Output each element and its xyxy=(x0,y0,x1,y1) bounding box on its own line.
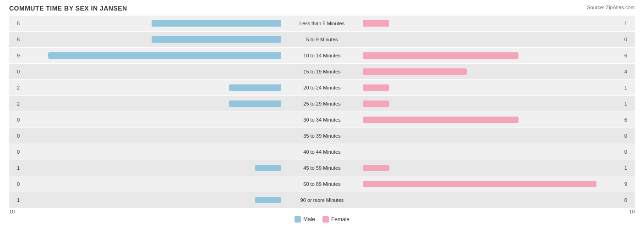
chart-area: 5Less than 5 Minutes155 to 9 Minutes0910… xyxy=(9,16,635,207)
axis-left: 10 xyxy=(9,209,15,214)
male-bar xyxy=(152,36,281,43)
table-row: 030 to 34 Minutes6 xyxy=(9,112,635,128)
female-value: 4 xyxy=(622,69,635,74)
male-bar xyxy=(229,100,281,107)
male-bar-area xyxy=(22,16,281,31)
female-value: 9 xyxy=(622,181,635,187)
chart-rows: 5Less than 5 Minutes155 to 9 Minutes0910… xyxy=(9,16,635,208)
row-label: 20 to 24 Minutes xyxy=(281,85,363,90)
male-bar xyxy=(152,20,281,27)
table-row: 015 to 19 Minutes4 xyxy=(9,64,635,79)
table-row: 190 or more Minutes0 xyxy=(9,192,635,208)
female-value: 1 xyxy=(622,85,635,90)
male-value: 0 xyxy=(9,69,22,74)
female-bar-area xyxy=(363,144,622,160)
legend: Male Female xyxy=(9,216,635,223)
female-bar-area xyxy=(363,176,622,192)
male-value: 1 xyxy=(9,165,22,171)
male-value: 1 xyxy=(9,197,22,203)
male-bar xyxy=(255,165,281,171)
row-label: Less than 5 Minutes xyxy=(281,21,363,26)
female-value: 1 xyxy=(622,101,635,106)
female-bar-area xyxy=(363,96,622,112)
male-bar xyxy=(229,84,281,91)
male-bar-area xyxy=(22,160,281,176)
row-label: 25 to 29 Minutes xyxy=(281,101,363,106)
female-value: 1 xyxy=(622,165,635,171)
female-bar xyxy=(363,181,596,187)
female-value: 6 xyxy=(622,53,635,58)
chart-title: COMMUTE TIME BY SEX IN JANSEN xyxy=(9,5,635,12)
female-bar-area xyxy=(363,128,622,144)
male-value: 2 xyxy=(9,101,22,106)
male-value: 5 xyxy=(9,37,22,42)
chart-container: COMMUTE TIME BY SEX IN JANSEN Source: Zi… xyxy=(0,0,644,240)
female-bar xyxy=(363,20,389,27)
row-label: 40 to 44 Minutes xyxy=(281,149,363,155)
female-value: 6 xyxy=(622,117,635,123)
male-bar-area xyxy=(22,144,281,160)
table-row: 060 to 89 Minutes9 xyxy=(9,176,635,192)
male-bar-area xyxy=(22,112,281,128)
row-label: 35 to 39 Minutes xyxy=(281,133,363,139)
table-row: 035 to 39 Minutes0 xyxy=(9,128,635,144)
female-bar xyxy=(363,100,389,107)
female-bar xyxy=(363,52,518,59)
table-row: 55 to 9 Minutes0 xyxy=(9,32,635,47)
male-value: 0 xyxy=(9,181,22,187)
female-value: 0 xyxy=(622,197,635,203)
legend-male: Male xyxy=(295,216,315,223)
female-value: 0 xyxy=(622,133,635,139)
table-row: 220 to 24 Minutes1 xyxy=(9,80,635,95)
legend-female: Female xyxy=(322,216,349,223)
row-label: 45 to 59 Minutes xyxy=(281,165,363,171)
male-bar-area xyxy=(22,80,281,95)
axis-labels: 10 10 xyxy=(9,209,635,214)
table-row: 145 to 59 Minutes1 xyxy=(9,160,635,176)
male-bar xyxy=(255,197,281,203)
male-bar-area xyxy=(22,176,281,192)
row-label: 30 to 34 Minutes xyxy=(281,117,363,123)
female-bar-area xyxy=(363,160,622,176)
female-value: 0 xyxy=(622,37,635,42)
male-value: 9 xyxy=(9,53,22,58)
male-value: 2 xyxy=(9,85,22,90)
female-bar-area xyxy=(363,112,622,128)
female-value: 0 xyxy=(622,149,635,155)
row-label: 90 or more Minutes xyxy=(281,197,363,203)
row-label: 5 to 9 Minutes xyxy=(281,37,363,42)
male-bar-area xyxy=(22,128,281,144)
row-label: 10 to 14 Minutes xyxy=(281,53,363,58)
axis-right: 10 xyxy=(629,209,635,214)
female-bar-area xyxy=(363,192,622,208)
male-bar xyxy=(48,52,281,59)
male-value: 0 xyxy=(9,133,22,139)
female-bar-area xyxy=(363,16,622,31)
female-bar-area xyxy=(363,48,622,63)
female-bar xyxy=(363,84,389,91)
source-text: Source: ZipAtlas.com xyxy=(587,5,635,10)
male-bar-area xyxy=(22,48,281,63)
male-legend-box xyxy=(295,216,301,223)
female-label: Female xyxy=(331,216,349,223)
row-label: 15 to 19 Minutes xyxy=(281,69,363,74)
male-bar-area xyxy=(22,96,281,112)
male-bar-area xyxy=(22,32,281,47)
row-label: 60 to 89 Minutes xyxy=(281,181,363,187)
table-row: 225 to 29 Minutes1 xyxy=(9,96,635,112)
female-legend-box xyxy=(322,216,329,223)
female-bar xyxy=(363,165,389,171)
female-bar xyxy=(363,117,518,123)
male-value: 5 xyxy=(9,21,22,26)
male-bar-area xyxy=(22,64,281,79)
female-value: 1 xyxy=(622,21,635,26)
male-value: 0 xyxy=(9,117,22,123)
female-bar-area xyxy=(363,64,622,79)
female-bar xyxy=(363,68,467,75)
male-value: 0 xyxy=(9,149,22,155)
female-bar-area xyxy=(363,80,622,95)
table-row: 910 to 14 Minutes6 xyxy=(9,48,635,63)
female-bar-area xyxy=(363,32,622,47)
table-row: 040 to 44 Minutes0 xyxy=(9,144,635,160)
male-bar-area xyxy=(22,192,281,208)
